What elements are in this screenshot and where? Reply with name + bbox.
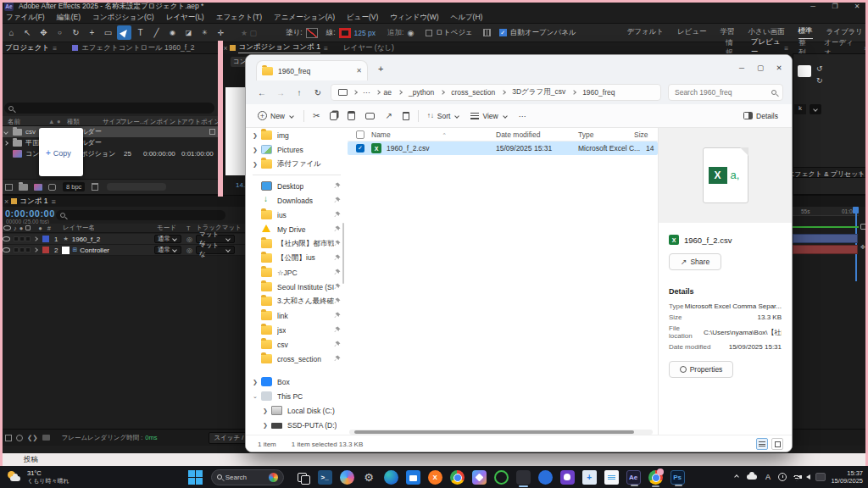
expander-icon[interactable]: ❯ (253, 161, 261, 168)
new-folder-icon[interactable] (19, 184, 28, 191)
tab-effects-presets[interactable]: エフェクト & プリセット (787, 169, 865, 179)
toggle-icon-4[interactable] (42, 435, 50, 441)
rotobezier-checkbox[interactable] (426, 30, 432, 36)
sidebar-item[interactable]: ius (246, 208, 348, 222)
forward-button[interactable]: → (273, 85, 288, 100)
workspace-tab[interactable]: デフォルト (626, 27, 664, 39)
taskbar-app-icon[interactable]: Ae (626, 470, 641, 485)
trash-icon[interactable] (92, 183, 98, 191)
back-button[interactable]: ← (254, 85, 270, 100)
taskbar-app-icon[interactable] (648, 470, 663, 485)
comp-zoom-value[interactable]: 14. (236, 181, 245, 189)
reset-icon[interactable]: ↺ (816, 64, 823, 73)
ae-menu-item[interactable]: ウィンドウ(W) (384, 13, 444, 23)
expander-icon[interactable] (3, 141, 8, 146)
project-settings-icon[interactable] (48, 184, 56, 191)
timeline-search-box[interactable] (56, 210, 225, 220)
share-button[interactable]: ↗ (380, 107, 397, 125)
layer-color-chip[interactable] (42, 236, 49, 242)
sidebar-item[interactable]: ❯Box (246, 374, 348, 389)
taskbar-app-icon[interactable]: Ps (670, 470, 685, 485)
tab-effect-controls[interactable]: エフェクトコントロール 1960_f_2 (81, 43, 194, 53)
col-size[interactable]: サイズ (103, 118, 122, 126)
col-t[interactable]: T (186, 225, 191, 232)
redo-icon[interactable]: ↻ (816, 76, 823, 85)
sort-button[interactable]: ↑↓Sort (422, 107, 466, 125)
up-button[interactable]: ↑ (292, 85, 307, 100)
ae-tool-icon[interactable] (69, 25, 83, 40)
clock-icon[interactable] (778, 473, 787, 481)
blend-mode-dropdown[interactable]: 通常 (154, 235, 181, 243)
expander-icon[interactable] (3, 130, 8, 135)
graph-options-icon[interactable]: ✥ (860, 244, 865, 251)
ae-tool-icon[interactable] (181, 25, 196, 40)
dropdown-button[interactable] (810, 104, 821, 114)
value-field[interactable]: k (794, 104, 806, 114)
ae-menu-item[interactable]: 編集(E) (51, 13, 86, 23)
sidebar-item[interactable]: ❯SSD-PUTA (D:) (246, 418, 348, 432)
explorer-close-button[interactable]: ✕ (770, 59, 788, 76)
col-name[interactable]: 名前 (8, 118, 20, 126)
col-label-icon[interactable]: ● (57, 118, 61, 125)
layer-visibility-icon[interactable] (3, 236, 10, 241)
layer-bar-1[interactable] (793, 234, 858, 243)
taskbar-app-icon[interactable] (560, 470, 575, 485)
taskbar-app-icon[interactable] (472, 470, 487, 485)
search-input[interactable] (675, 88, 768, 97)
taskbar-app-icon[interactable] (582, 470, 597, 485)
delete-button[interactable] (398, 107, 415, 125)
timeline-tab[interactable]: コンポ 1 (19, 197, 47, 207)
stroke-width-value[interactable]: 125 px (354, 29, 376, 37)
layer-expander-icon[interactable] (33, 236, 38, 241)
timeline-timecode[interactable]: 0:00:00:00 (5, 208, 55, 219)
sidebar-item[interactable]: My Drive (246, 222, 348, 236)
ae-tool-icon[interactable] (165, 25, 180, 40)
taskbar-app-icon[interactable] (604, 470, 619, 485)
list-view-toggle[interactable] (756, 438, 768, 450)
ae-tool-icon[interactable] (149, 25, 164, 40)
blend-mode-dropdown[interactable]: 通常 (154, 246, 181, 254)
ae-menu-item[interactable]: ヘルプ(H) (445, 13, 489, 23)
breadcrumb-ellipsis[interactable]: ⋯ (363, 88, 370, 97)
sidebar-item[interactable]: 【公開】ius (246, 251, 348, 265)
timeline-menu-icon[interactable]: ≡ (51, 197, 55, 206)
layer-expander-icon[interactable] (33, 247, 38, 252)
sidebar-item[interactable]: 3.大和さん最終確認 (246, 294, 348, 308)
expander-icon[interactable]: ❯ (253, 379, 261, 385)
ae-preset-buttons[interactable]: ★ ▢ (241, 29, 257, 37)
col-in[interactable]: インポイント (143, 118, 182, 126)
layer-color-chip[interactable] (42, 247, 49, 253)
ae-tool-icon[interactable] (85, 25, 99, 40)
project-row-csv[interactable]: csv フォルダー (1, 126, 220, 137)
tab-close-icon[interactable]: ✕ (356, 67, 362, 75)
workspace-tab[interactable]: レビュー (677, 27, 707, 39)
layer-bar-2[interactable] (793, 245, 858, 254)
taskbar-app-icon[interactable] (296, 470, 310, 485)
clock-widget[interactable]: 15:37 15/09/2025 (831, 469, 863, 485)
view-button[interactable]: View (465, 107, 513, 125)
ae-tool-icon[interactable] (20, 25, 35, 40)
sidebar-item[interactable]: ❯Local Disk (C:) (246, 403, 348, 418)
track-matte-dropdown[interactable]: マットな (196, 246, 235, 254)
col-name[interactable]: Name (371, 130, 391, 139)
toggle-icon-3[interactable]: ❮❯ (27, 434, 38, 441)
ae-tool-icon[interactable] (214, 25, 228, 40)
taskbar-app-icon[interactable]: X (428, 470, 442, 485)
color-swatch[interactable] (798, 65, 811, 77)
ime-indicator[interactable]: A (762, 473, 773, 481)
col-type[interactable]: 種類 (67, 118, 80, 126)
layer-visibility-icon[interactable] (3, 247, 10, 252)
t-switch-icon[interactable]: ◎ (186, 247, 192, 254)
col-modified[interactable]: Date modified (496, 130, 540, 139)
effects-overflow-icon[interactable]: » (859, 169, 862, 177)
sidebar-item[interactable]: ❯Pictures (246, 142, 348, 157)
tab-project[interactable]: プロジェクト (5, 43, 49, 53)
playhead-handle[interactable] (853, 207, 859, 214)
taskbar-app-icon[interactable] (362, 470, 376, 485)
thumbnail-view-toggle[interactable] (771, 438, 783, 450)
sidebar-item[interactable]: link (246, 308, 348, 323)
tab-composition[interactable]: コンポジション コンポ 1 (238, 42, 320, 53)
expander-icon[interactable]: ❯ (263, 422, 271, 429)
breadcrumb-item[interactable]: 1960_freq (580, 88, 617, 97)
taskbar-app-icon[interactable]: >_ (318, 470, 332, 485)
